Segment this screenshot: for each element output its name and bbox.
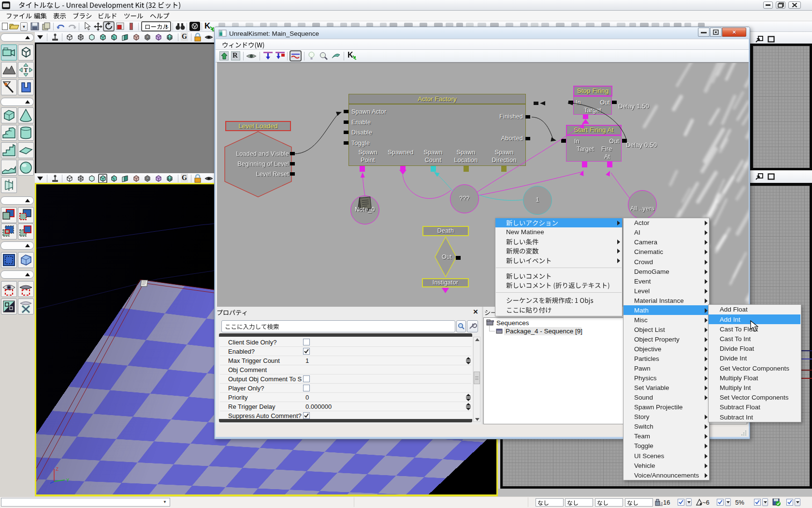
svg-text:S: S [146,178,148,180]
svg-text:Z: Z [56,467,58,472]
svg-text:T: T [24,67,28,74]
svg-text:Y: Y [66,478,69,483]
svg-text:S: S [146,36,148,39]
